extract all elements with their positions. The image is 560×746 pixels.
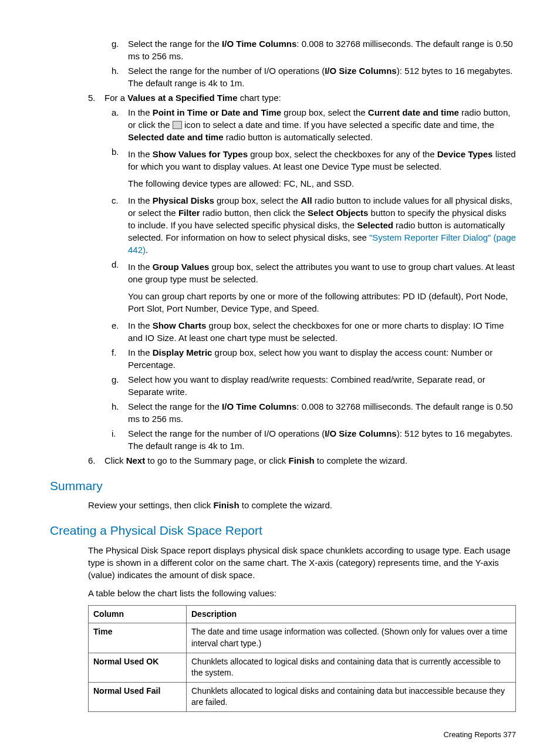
summary-heading: Summary [50, 477, 516, 494]
table-row: Normal Used Fail Chunklets allocated to … [89, 682, 516, 711]
marker: b. [112, 146, 128, 192]
page-footer: Creating Reports 377 [50, 730, 516, 740]
table-row: Normal Used OK Chunklets allocated to lo… [89, 653, 516, 682]
cell-description: Chunklets allocated to logical disks and… [187, 682, 516, 711]
sub-item-5d: d. In the Group Values group box, select… [112, 258, 516, 317]
marker: f. [112, 346, 128, 371]
content: In the Point in Time or Date and Time gr… [128, 106, 516, 143]
cell-column: Normal Used Fail [89, 682, 187, 711]
content: In the Show Charts group box, select the… [128, 319, 516, 344]
content: Select the range for the number of I/O o… [128, 427, 516, 452]
sub-item-5e: e. In the Show Charts group box, select … [112, 319, 516, 344]
content: In the Group Values group box, select th… [128, 258, 516, 317]
marker: i. [112, 427, 128, 452]
sub-item-5h: h. Select the range for the I/O Time Col… [112, 400, 516, 425]
sub-item-5f: f. In the Display Metric group box, sele… [112, 346, 516, 371]
marker: g. [112, 38, 128, 62]
sub-item-5a: a. In the Point in Time or Date and Time… [112, 106, 516, 143]
cell-column: Time [89, 623, 187, 653]
content: Select the range for the number of I/O o… [128, 65, 516, 89]
values-table: Column Description Time The date and tim… [88, 605, 516, 712]
content: Select the range for the I/O Time Column… [128, 38, 516, 62]
table-header-row: Column Description [89, 605, 516, 623]
table-row: Time The date and time usage information… [89, 623, 516, 653]
numbered-list: g. Select the range for the I/O Time Col… [88, 38, 516, 467]
note-text: The following device types are allowed: … [128, 177, 516, 190]
sub-item-5b: b. In the Show Values for Types group bo… [112, 146, 516, 192]
content: In the Physical Disks group box, select … [128, 194, 516, 256]
sublist-5: a. In the Point in Time or Date and Time… [112, 106, 516, 452]
sub-item-h: h. Select the range for the number of I/… [112, 65, 516, 89]
sub-item-5g: g. Select how you want to display read/w… [112, 373, 516, 398]
sub-item-5i: i. Select the range for the number of I/… [112, 427, 516, 452]
sublist-continued: g. Select the range for the I/O Time Col… [112, 38, 516, 89]
list-item-6: 6. Click Next to go to the Summary page,… [88, 454, 516, 467]
marker: 6. [88, 454, 104, 467]
sub-item-g: g. Select the range for the I/O Time Col… [112, 38, 516, 62]
calendar-icon [173, 121, 182, 129]
marker: e. [112, 319, 128, 344]
content: Select the range for the I/O Time Column… [128, 400, 516, 425]
cell-column: Normal Used OK [89, 653, 187, 682]
content: In the Show Values for Types group box, … [128, 146, 516, 192]
note-text: You can group chart reports by one or mo… [128, 290, 516, 315]
marker: g. [112, 373, 128, 398]
cell-description: Chunklets allocated to logical disks and… [187, 653, 516, 682]
marker: h. [112, 65, 128, 89]
marker: a. [112, 106, 128, 143]
marker: 5. [88, 92, 104, 104]
creating-report-heading: Creating a Physical Disk Space Report [50, 522, 516, 539]
content: Click Next to go to the Summary page, or… [104, 454, 516, 467]
marker: h. [112, 400, 128, 425]
content: In the Display Metric group box, select … [128, 346, 516, 371]
content: For a Values at a Specified Time chart t… [104, 92, 516, 104]
summary-para: Review your settings, then click Finish … [88, 499, 516, 511]
list-item-5: 5. For a Values at a Specified Time char… [88, 92, 516, 104]
cell-description: The date and time usage information was … [187, 623, 516, 653]
creating-para-1: The Physical Disk Space report displays … [88, 544, 516, 581]
col-header-description: Description [187, 605, 516, 623]
creating-para-2: A table below the chart lists the follow… [88, 587, 516, 599]
marker: c. [112, 194, 128, 256]
sub-item-5c: c. In the Physical Disks group box, sele… [112, 194, 516, 256]
marker: d. [112, 258, 128, 317]
col-header-column: Column [89, 605, 187, 623]
content: Select how you want to display read/writ… [128, 373, 516, 398]
